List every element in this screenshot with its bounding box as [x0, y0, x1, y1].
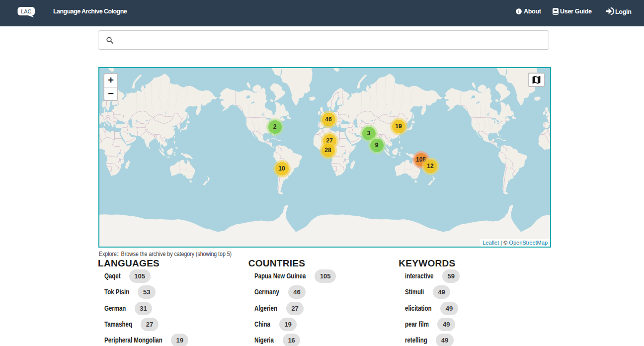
svg-text:LAC: LAC — [21, 8, 31, 14]
